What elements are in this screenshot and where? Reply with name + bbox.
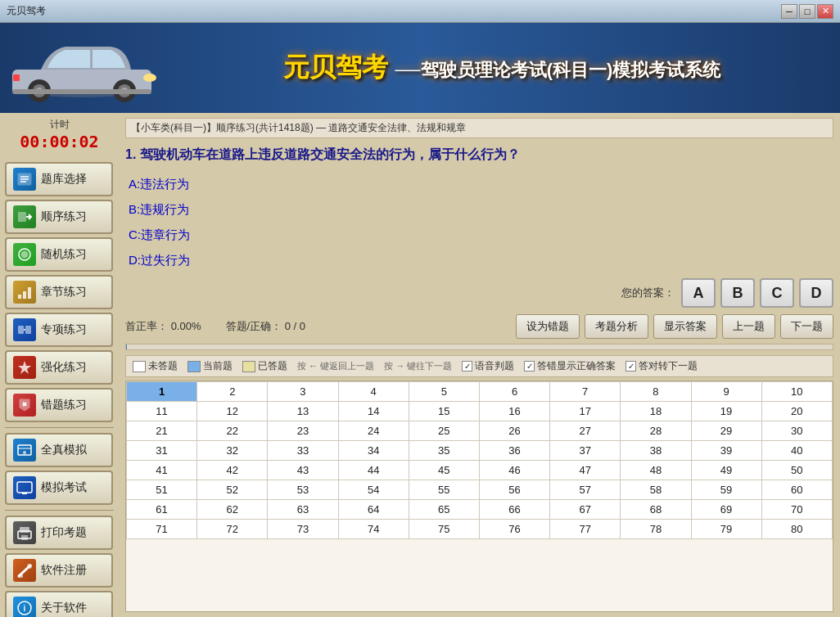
- grid-cell-2[interactable]: 2: [197, 382, 268, 402]
- grid-cell-77[interactable]: 77: [550, 520, 621, 539]
- sidebar-item-moni[interactable]: 模拟考试: [5, 471, 113, 505]
- grid-cell-52[interactable]: 52: [197, 480, 268, 500]
- grid-cell-22[interactable]: 22: [197, 421, 268, 441]
- grid-cell-30[interactable]: 30: [761, 421, 832, 441]
- grid-cell-42[interactable]: 42: [197, 461, 268, 480]
- number-grid-container[interactable]: 1234567891011121314151617181920212223242…: [125, 381, 833, 612]
- grid-cell-57[interactable]: 57: [550, 480, 621, 500]
- sidebar-item-qianghua[interactable]: 强化练习: [5, 350, 113, 385]
- grid-cell-41[interactable]: 41: [127, 461, 197, 480]
- minimize-button[interactable]: ─: [781, 4, 797, 19]
- grid-cell-79[interactable]: 79: [691, 520, 761, 539]
- grid-cell-4[interactable]: 4: [338, 382, 409, 402]
- grid-cell-44[interactable]: 44: [338, 461, 409, 480]
- grid-cell-23[interactable]: 23: [268, 421, 338, 441]
- grid-cell-1[interactable]: 1: [127, 382, 197, 402]
- grid-cell-43[interactable]: 43: [268, 461, 338, 480]
- grid-cell-76[interactable]: 76: [479, 520, 549, 539]
- grid-cell-40[interactable]: 40: [761, 441, 832, 461]
- sidebar-item-suiji[interactable]: 随机练习: [5, 237, 113, 272]
- answer-d-button[interactable]: D: [799, 278, 833, 308]
- sidebar-item-tiku[interactable]: 题库选择: [5, 162, 113, 196]
- option-c[interactable]: C:违章行为: [125, 226, 833, 245]
- grid-cell-25[interactable]: 25: [409, 421, 479, 441]
- grid-cell-38[interactable]: 38: [621, 441, 691, 461]
- grid-cell-32[interactable]: 32: [197, 441, 268, 461]
- grid-cell-37[interactable]: 37: [550, 441, 621, 461]
- grid-cell-13[interactable]: 13: [268, 402, 338, 421]
- grid-cell-34[interactable]: 34: [338, 441, 409, 461]
- grid-cell-29[interactable]: 29: [691, 421, 761, 441]
- grid-cell-61[interactable]: 61: [127, 500, 197, 520]
- grid-cell-35[interactable]: 35: [409, 441, 479, 461]
- answer-a-button[interactable]: A: [681, 278, 716, 308]
- show-correct-checkbox[interactable]: 答错显示正确答案: [524, 359, 616, 373]
- grid-cell-59[interactable]: 59: [691, 480, 761, 500]
- grid-cell-73[interactable]: 73: [268, 520, 338, 539]
- grid-cell-54[interactable]: 54: [338, 480, 409, 500]
- grid-cell-66[interactable]: 66: [479, 500, 549, 520]
- grid-cell-68[interactable]: 68: [621, 500, 691, 520]
- analyze-button[interactable]: 考题分析: [585, 314, 648, 339]
- set-mistake-button[interactable]: 设为错题: [516, 314, 580, 339]
- answer-b-button[interactable]: B: [720, 278, 755, 308]
- grid-cell-33[interactable]: 33: [268, 441, 338, 461]
- sidebar-item-quanzhen[interactable]: 全真模拟: [5, 433, 113, 467]
- grid-cell-71[interactable]: 71: [127, 520, 197, 539]
- grid-cell-58[interactable]: 58: [621, 480, 691, 500]
- grid-cell-46[interactable]: 46: [479, 461, 549, 480]
- grid-cell-60[interactable]: 60: [761, 480, 832, 500]
- option-d[interactable]: D:过失行为: [125, 251, 833, 270]
- sidebar-item-zhanjie[interactable]: 章节练习: [5, 275, 113, 309]
- grid-cell-8[interactable]: 8: [621, 382, 691, 402]
- sidebar-item-guanyu[interactable]: i 关于软件: [5, 591, 113, 617]
- sidebar-item-shunxu[interactable]: 顺序练习: [5, 200, 113, 234]
- grid-cell-53[interactable]: 53: [268, 480, 338, 500]
- sidebar-item-zhuanxiang[interactable]: 专项练习: [5, 313, 113, 347]
- grid-cell-26[interactable]: 26: [479, 421, 549, 441]
- grid-cell-55[interactable]: 55: [409, 480, 479, 500]
- grid-cell-10[interactable]: 10: [761, 382, 832, 402]
- grid-cell-56[interactable]: 56: [479, 480, 549, 500]
- grid-cell-78[interactable]: 78: [621, 520, 691, 539]
- grid-cell-69[interactable]: 69: [691, 500, 761, 520]
- grid-cell-17[interactable]: 17: [550, 402, 621, 421]
- grid-cell-64[interactable]: 64: [338, 500, 409, 520]
- answer-c-button[interactable]: C: [760, 278, 794, 308]
- voice-checkbox[interactable]: 语音判题: [462, 359, 514, 373]
- grid-cell-63[interactable]: 63: [268, 500, 338, 520]
- prev-button[interactable]: 上一题: [722, 314, 775, 339]
- grid-cell-12[interactable]: 12: [197, 402, 268, 421]
- show-answer-button[interactable]: 显示答案: [653, 314, 717, 339]
- sidebar-item-dayin[interactable]: 打印考题: [5, 516, 113, 550]
- grid-cell-20[interactable]: 20: [761, 402, 832, 421]
- grid-cell-5[interactable]: 5: [409, 382, 479, 402]
- grid-cell-16[interactable]: 16: [479, 402, 549, 421]
- grid-cell-28[interactable]: 28: [621, 421, 691, 441]
- close-button[interactable]: ✕: [817, 4, 833, 19]
- grid-cell-7[interactable]: 7: [550, 382, 621, 402]
- option-a[interactable]: A:违法行为: [125, 175, 833, 194]
- grid-cell-15[interactable]: 15: [409, 402, 479, 421]
- grid-cell-51[interactable]: 51: [127, 480, 197, 500]
- grid-cell-27[interactable]: 27: [550, 421, 621, 441]
- restore-button[interactable]: □: [799, 4, 815, 19]
- grid-cell-62[interactable]: 62: [197, 500, 268, 520]
- grid-cell-9[interactable]: 9: [691, 382, 761, 402]
- grid-cell-19[interactable]: 19: [691, 402, 761, 421]
- grid-cell-3[interactable]: 3: [268, 382, 338, 402]
- grid-cell-6[interactable]: 6: [479, 382, 549, 402]
- grid-cell-49[interactable]: 49: [691, 461, 761, 480]
- grid-cell-74[interactable]: 74: [338, 520, 409, 539]
- sidebar-item-cuoti[interactable]: 错题练习: [5, 388, 113, 422]
- grid-cell-14[interactable]: 14: [338, 402, 409, 421]
- grid-cell-11[interactable]: 11: [127, 402, 197, 421]
- grid-cell-65[interactable]: 65: [409, 500, 479, 520]
- grid-cell-70[interactable]: 70: [761, 500, 832, 520]
- grid-cell-50[interactable]: 50: [761, 461, 832, 480]
- grid-cell-72[interactable]: 72: [197, 520, 268, 539]
- grid-cell-18[interactable]: 18: [621, 402, 691, 421]
- sidebar-item-zhuce[interactable]: 软件注册: [5, 553, 113, 588]
- grid-cell-48[interactable]: 48: [621, 461, 691, 480]
- option-b[interactable]: B:违规行为: [125, 200, 833, 219]
